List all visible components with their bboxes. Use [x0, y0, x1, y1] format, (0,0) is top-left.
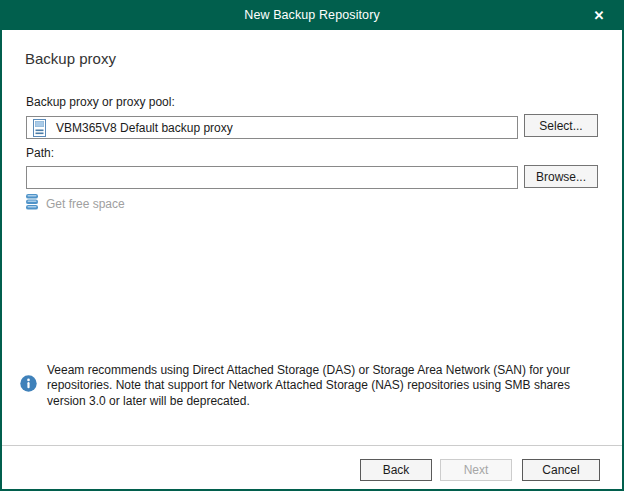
- back-button[interactable]: Back: [360, 459, 432, 481]
- close-button[interactable]: ✕: [582, 2, 616, 30]
- footer-divider: [2, 445, 622, 446]
- next-button[interactable]: Next: [440, 459, 512, 481]
- window-title: New Backup Repository: [2, 2, 622, 29]
- proxy-value: VBM365V8 Default backup proxy: [56, 121, 233, 135]
- proxy-input[interactable]: VBM365V8 Default backup proxy: [26, 116, 518, 139]
- cancel-button[interactable]: Cancel: [522, 459, 600, 481]
- proxy-server-icon: [33, 119, 46, 137]
- path-input[interactable]: [26, 166, 518, 189]
- info-icon: [20, 375, 37, 392]
- proxy-label: Backup proxy or proxy pool:: [26, 95, 175, 109]
- new-backup-repository-dialog: New Backup Repository ✕ Backup proxy Bac…: [0, 0, 624, 491]
- get-free-space-link[interactable]: Get free space: [26, 194, 125, 214]
- select-button[interactable]: Select...: [524, 114, 598, 137]
- close-icon: ✕: [594, 8, 605, 23]
- page-title: Backup proxy: [25, 50, 116, 67]
- browse-button[interactable]: Browse...: [524, 165, 598, 188]
- get-free-space-label: Get free space: [46, 197, 125, 211]
- info-text: Veeam recommends using Direct Attached S…: [47, 363, 597, 409]
- path-label: Path:: [26, 146, 54, 160]
- database-icon: [26, 194, 38, 214]
- titlebar: New Backup Repository ✕: [2, 2, 622, 30]
